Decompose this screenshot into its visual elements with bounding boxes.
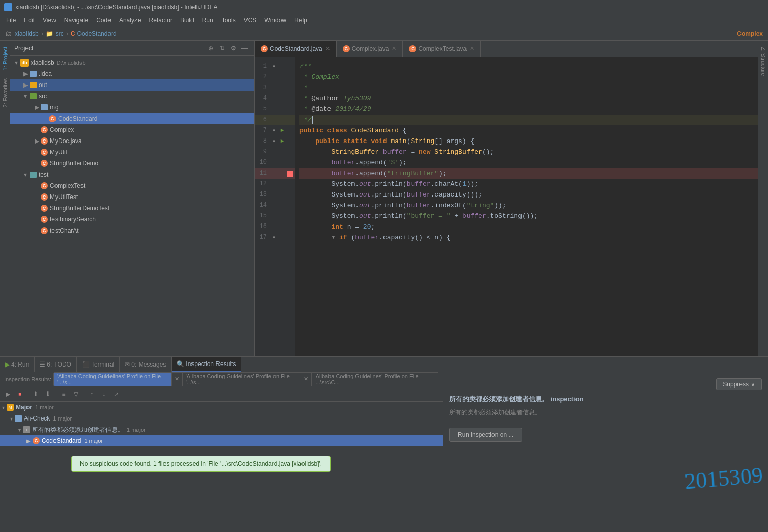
insp-btn-play[interactable]: ▶: [2, 388, 13, 400]
insp-btn-down-list[interactable]: ⬇: [42, 388, 53, 400]
fold-8[interactable]: ▾: [270, 136, 278, 147]
menu-edit[interactable]: Edit: [20, 16, 39, 25]
vtab-project[interactable]: 1: Project: [1, 43, 9, 74]
insp-btn-up-list[interactable]: ⬆: [30, 388, 41, 400]
insp-profile-tab-1[interactable]: 'Alibaba Coding Guidelines' Profile on F…: [53, 372, 172, 386]
run-inspection-button[interactable]: Run inspection on ...: [449, 428, 522, 442]
menu-vcs[interactable]: VCS: [240, 16, 261, 25]
tree-item-testcharat[interactable]: ▶ C testCharAt: [10, 225, 254, 236]
insp-btn-sort-down[interactable]: ↓: [98, 388, 109, 400]
tree-label-mydoc: MyDoc.java: [50, 137, 82, 145]
sidebar-btn-settings[interactable]: ⚙: [228, 43, 238, 53]
tab-codestandard[interactable]: C CodeStandard.java ✕: [255, 41, 337, 57]
code-line-5: * @date 2019/4/29: [299, 104, 758, 115]
insp-btn-stop[interactable]: ■: [14, 388, 25, 400]
code-content[interactable]: /** * Complex * * @author lyh5309 * @dat…: [295, 57, 758, 356]
code-editor[interactable]: 1 ▾ 2 3: [255, 57, 758, 356]
insp-row-allclass[interactable]: ▾ i 所有的类都必须添加创建者信息。 1 major: [0, 424, 443, 435]
fold-region-17[interactable]: ▾: [331, 232, 335, 243]
line-num-5: 5: [255, 104, 270, 115]
line-num-17: 17: [255, 232, 270, 243]
tree-item-testbinarysearch[interactable]: ▶ C testbinarySearch: [10, 214, 254, 225]
menu-run[interactable]: Run: [198, 16, 217, 25]
insp-row-codestandard-file[interactable]: ▶ C CodeStandard 1 major: [0, 435, 443, 446]
tree-item-mydoc[interactable]: ▶ C MyDoc.java: [10, 135, 254, 147]
insp-profile-tab-2-close[interactable]: ✕: [300, 372, 312, 386]
fold-17[interactable]: ▾: [270, 232, 278, 243]
bottom-tab-inspection[interactable]: 🔍 Inspection Results: [172, 357, 241, 372]
tab-complextest[interactable]: C ComplexTest.java ✕: [403, 41, 481, 57]
menu-analyze[interactable]: Analyze: [115, 16, 145, 25]
sidebar-btn-filter[interactable]: ⇅: [217, 43, 227, 53]
bottom-tab-terminal[interactable]: ⬛ Terminal: [77, 357, 120, 372]
sidebar-btn-close[interactable]: —: [239, 43, 250, 53]
run-col-7[interactable]: ▶: [278, 125, 286, 136]
insp-row-major[interactable]: ▾ M Major 1 major: [0, 402, 443, 413]
menu-code[interactable]: Code: [92, 16, 115, 25]
breadcrumb-item-2[interactable]: CodeStandard: [77, 30, 116, 37]
breadcrumb-sep-1: ›: [66, 30, 68, 37]
line-num-7: 7: [255, 125, 270, 136]
terminal-icon: ⬛: [82, 361, 90, 368]
tree-arrow-src: ▾: [21, 93, 30, 100]
tree-item-test[interactable]: ▾ test: [10, 169, 254, 180]
tree-item-out[interactable]: ▶ out: [10, 79, 254, 91]
insp-btn-export[interactable]: ↗: [111, 388, 122, 400]
tree-item-complex[interactable]: ▶ C Complex: [10, 124, 254, 135]
vtab-z-structure[interactable]: Z: Structure: [759, 43, 767, 80]
suppress-button[interactable]: Suppress ∨: [716, 378, 762, 390]
breadcrumb-item-1[interactable]: src: [56, 30, 64, 37]
bottom-tab-messages[interactable]: ✉ 0: Messages: [120, 357, 172, 372]
menu-file[interactable]: File: [2, 16, 20, 25]
fold-7[interactable]: ▾: [270, 125, 278, 136]
menu-build[interactable]: Build: [176, 16, 198, 25]
menu-help[interactable]: Help: [290, 16, 311, 25]
tab-close-codestandard[interactable]: ✕: [325, 45, 330, 52]
tab-complex[interactable]: C Complex.java ✕: [337, 41, 403, 57]
bp-col-6: [286, 115, 294, 125]
bp-col-13: [286, 189, 294, 200]
tree-arrow-mydoc: ▶: [33, 137, 41, 145]
insp-profile-tab-1-close[interactable]: ✕: [172, 372, 183, 386]
insp-btn-sort-up[interactable]: ↑: [86, 388, 97, 400]
tab-bar: C CodeStandard.java ✕ C Complex.java ✕ C…: [255, 41, 758, 57]
menu-window[interactable]: Window: [260, 16, 290, 25]
tree-item-myutiltest[interactable]: ▶ C MyUtilTest: [10, 191, 254, 203]
tree-item-complextest[interactable]: ▶ C ComplexTest: [10, 180, 254, 191]
menu-view[interactable]: View: [39, 16, 60, 25]
tab-close-complextest[interactable]: ✕: [470, 45, 474, 52]
tree-item-stringbufferdemotest[interactable]: ▶ C StringBufferDemoTest: [10, 203, 254, 214]
code-line-3: *: [299, 82, 758, 93]
line-num-2: 2: [255, 72, 270, 82]
menu-refactor[interactable]: Refactor: [145, 16, 176, 25]
run-col-8[interactable]: ▶: [278, 136, 286, 147]
inspection-desc-body: 所有的类都必须添加创建者信息。: [449, 408, 762, 417]
sidebar-btn-globe[interactable]: ⊕: [206, 43, 216, 53]
tree-item-root[interactable]: ▾ db xiaolidsb D:\xiaolidsb: [10, 57, 254, 68]
breakpoint-11[interactable]: [287, 171, 293, 177]
tree-item-myutil[interactable]: ▶ C MyUtil: [10, 147, 254, 158]
tab-close-complex[interactable]: ✕: [392, 45, 396, 52]
tree-item-stringbufferdemo[interactable]: ▶ C StringBufferDemo: [10, 158, 254, 169]
insp-profile-tab-2[interactable]: 'Alibaba Coding Guidelines' Profile on F…: [183, 372, 300, 386]
line-num-6: 6: [255, 115, 270, 125]
insp-row-alicheck[interactable]: ▾ Ali-Check 1 major: [0, 413, 443, 424]
fold-1[interactable]: ▾: [270, 61, 278, 72]
menu-navigate[interactable]: Navigate: [60, 16, 92, 25]
tree-item-src[interactable]: ▾ src: [10, 91, 254, 102]
fold-4: [270, 93, 278, 104]
insp-profile-tab-3[interactable]: 'Alibaba Coding Guidelines' Profile on F…: [312, 372, 438, 386]
breadcrumb-item-0[interactable]: xiaolidsb: [15, 30, 39, 37]
code-line-7: public class CodeStandard {: [299, 125, 758, 136]
insp-btn-filter[interactable]: ▽: [70, 388, 81, 400]
bottom-tab-todo[interactable]: ☰ 6: TODO: [35, 357, 77, 372]
tree-item-mg[interactable]: ▶ mg: [10, 102, 254, 113]
vtab-favorites[interactable]: 2: Favorites: [1, 74, 9, 111]
tree-icon-myutil: C: [41, 149, 48, 156]
tree-item-codestandard[interactable]: ▶ C CodeStandard: [10, 113, 254, 124]
tree-item-idea[interactable]: ▶ .idea: [10, 68, 254, 79]
menu-tools[interactable]: Tools: [217, 16, 240, 25]
bottom-tab-run[interactable]: ▶ 4: Run: [0, 357, 35, 372]
tree-label-complex: Complex: [50, 126, 74, 133]
insp-btn-group[interactable]: ≡: [58, 388, 69, 400]
